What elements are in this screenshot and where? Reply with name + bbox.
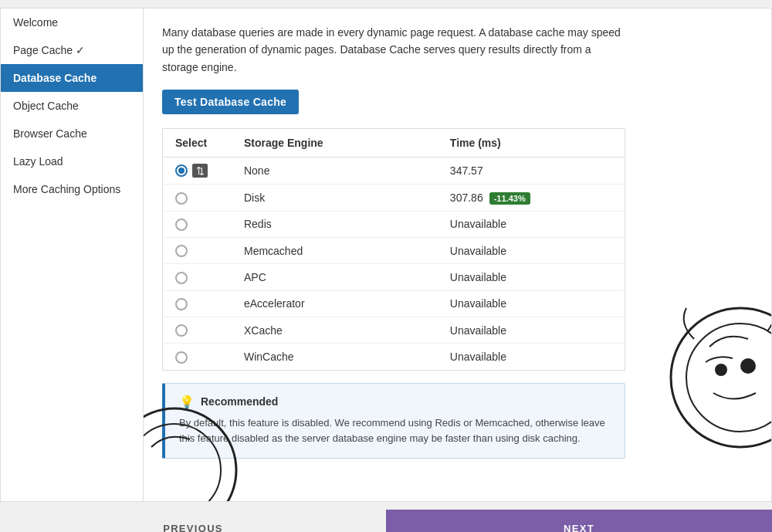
- sidebar: Welcome Page Cache ✓ Database Cache Obje…: [1, 8, 144, 501]
- col-time: Time (ms): [438, 129, 625, 158]
- time-cell: 347.57: [438, 158, 625, 185]
- test-database-cache-button[interactable]: Test Database Cache: [162, 90, 299, 114]
- time-cell: Unavailable: [438, 344, 625, 370]
- cache-table: Select Storage Engine Time (ms) None347.…: [162, 128, 625, 370]
- radio-apc[interactable]: [175, 272, 188, 284]
- sidebar-item-label: Page Cache: [13, 44, 73, 56]
- footer: PREVIOUS NEXT: [0, 510, 772, 532]
- table-row[interactable]: Disk307.86-11.43%: [163, 185, 625, 211]
- next-button[interactable]: NEXT: [386, 510, 772, 532]
- radio-none[interactable]: [175, 164, 188, 177]
- time-cell: 307.86-11.43%: [438, 185, 625, 211]
- content-area: Many database queries are made in every …: [144, 8, 771, 501]
- performance-badge: -11.43%: [489, 192, 530, 205]
- svg-point-1: [686, 324, 771, 432]
- recommended-title: Recommended: [201, 395, 278, 408]
- bulb-icon: 💡: [179, 395, 195, 409]
- radio-eaccelerator[interactable]: [175, 298, 188, 310]
- sidebar-item-database-cache[interactable]: Database Cache: [1, 64, 143, 92]
- sort-icon: [192, 164, 208, 178]
- sidebar-item-label: Lazy Load: [13, 155, 63, 168]
- svg-point-2: [715, 364, 727, 376]
- main-container: Welcome Page Cache ✓ Database Cache Obje…: [0, 8, 772, 502]
- engine-cell: WinCache: [232, 344, 438, 370]
- table-row[interactable]: eAcceleratorUnavailable: [163, 290, 625, 317]
- time-cell: Unavailable: [438, 317, 625, 343]
- content-description: Many database queries are made in every …: [162, 24, 625, 76]
- table-row[interactable]: WinCacheUnavailable: [163, 344, 625, 370]
- table-row[interactable]: MemcachedUnavailable: [163, 238, 625, 264]
- recommended-header: 💡 Recommended: [179, 395, 611, 409]
- radio-xcache[interactable]: [175, 324, 188, 337]
- time-cell: Unavailable: [438, 290, 625, 317]
- sidebar-item-browser-cache[interactable]: Browser Cache: [1, 120, 143, 147]
- table-row[interactable]: RedisUnavailable: [163, 211, 625, 237]
- time-cell: Unavailable: [438, 264, 625, 290]
- sidebar-item-label: Browser Cache: [13, 127, 87, 140]
- sidebar-item-label: Welcome: [13, 16, 58, 29]
- svg-point-3: [740, 358, 756, 374]
- col-select: Select: [163, 129, 232, 158]
- sidebar-item-page-cache[interactable]: Page Cache ✓: [1, 36, 143, 64]
- radio-wincache[interactable]: [175, 351, 188, 364]
- svg-point-0: [671, 308, 771, 447]
- engine-cell: XCache: [232, 317, 438, 343]
- radio-redis[interactable]: [175, 219, 188, 231]
- previous-button[interactable]: PREVIOUS: [0, 510, 386, 532]
- engine-cell: Disk: [232, 185, 438, 211]
- sidebar-item-welcome[interactable]: Welcome: [1, 8, 143, 36]
- recommended-text: By default, this feature is disabled. We…: [179, 415, 611, 448]
- engine-cell: eAccelerator: [232, 290, 438, 317]
- sidebar-item-lazy-load[interactable]: Lazy Load: [1, 147, 143, 175]
- sidebar-item-label: More Caching Options: [13, 183, 120, 195]
- radio-memcached[interactable]: [175, 245, 188, 257]
- sidebar-item-object-cache[interactable]: Object Cache: [1, 92, 143, 120]
- table-row[interactable]: None347.57: [163, 158, 625, 185]
- time-cell: Unavailable: [438, 211, 625, 237]
- radio-disk[interactable]: [175, 192, 188, 205]
- sidebar-item-more-caching[interactable]: More Caching Options: [1, 175, 143, 203]
- col-engine: Storage Engine: [232, 129, 438, 158]
- engine-cell: APC: [232, 264, 438, 290]
- time-cell: Unavailable: [438, 238, 625, 264]
- table-row[interactable]: APCUnavailable: [163, 264, 625, 290]
- deco-right: [648, 285, 771, 501]
- engine-cell: None: [232, 158, 438, 185]
- table-row[interactable]: XCacheUnavailable: [163, 317, 625, 343]
- sidebar-item-label: Database Cache: [13, 72, 96, 84]
- sidebar-item-label: Object Cache: [13, 100, 79, 112]
- recommended-box: 💡 Recommended By default, this feature i…: [162, 383, 625, 459]
- page-cache-checkmark: ✓: [76, 44, 85, 56]
- engine-cell: Memcached: [232, 238, 438, 264]
- engine-cell: Redis: [232, 211, 438, 237]
